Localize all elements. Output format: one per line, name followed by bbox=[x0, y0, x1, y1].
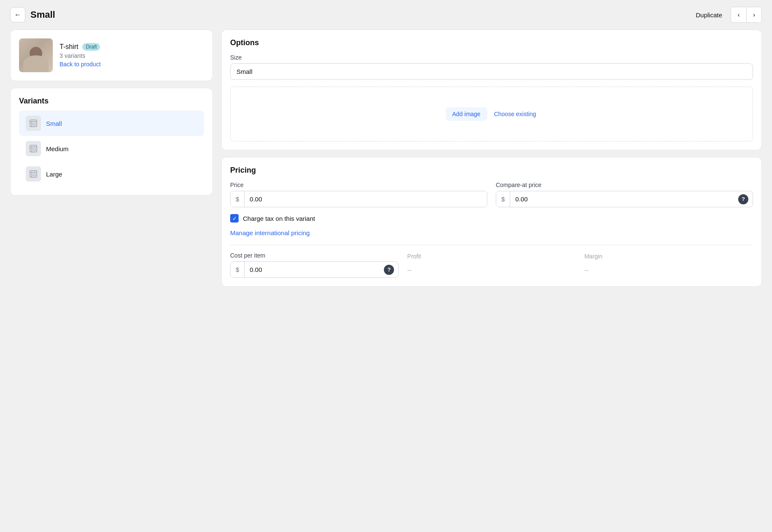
back-button[interactable]: ← bbox=[10, 7, 25, 22]
size-input[interactable] bbox=[230, 63, 753, 80]
pricing-row: Price $ Compare-at price $ ? bbox=[230, 182, 753, 207]
profit-field: Profit -- bbox=[407, 253, 576, 278]
tax-checkbox[interactable]: ✓ bbox=[230, 214, 239, 223]
choose-existing-button[interactable]: Choose existing bbox=[492, 107, 538, 121]
header-right: Duplicate ‹ › bbox=[690, 7, 762, 23]
compare-at-input[interactable] bbox=[510, 191, 738, 207]
product-name: T-shirt bbox=[60, 43, 78, 51]
svg-point-1 bbox=[33, 123, 35, 125]
price-prefix: $ bbox=[231, 191, 245, 207]
back-to-product-link[interactable]: Back to product bbox=[60, 61, 101, 68]
manage-international-pricing-link[interactable]: Manage international pricing bbox=[230, 229, 310, 236]
options-card: Options Size Add image Choose existing bbox=[221, 30, 762, 150]
cost-prefix: $ bbox=[231, 262, 245, 277]
draft-badge: Draft bbox=[82, 43, 100, 51]
tax-checkbox-row: ✓ Charge tax on this variant bbox=[230, 214, 753, 223]
svg-point-3 bbox=[33, 148, 35, 151]
page-title: Small bbox=[30, 9, 55, 20]
options-title: Options bbox=[230, 38, 753, 47]
cost-row: Cost per item $ ? Profit -- Margin -- bbox=[230, 252, 753, 278]
variants-title: Variants bbox=[19, 97, 204, 106]
svg-point-5 bbox=[33, 174, 35, 176]
cost-help-icon[interactable]: ? bbox=[384, 265, 394, 275]
duplicate-button[interactable]: Duplicate bbox=[690, 9, 727, 21]
compare-input-wrapper: $ ? bbox=[496, 191, 753, 207]
variant-item-small[interactable]: Small bbox=[19, 111, 204, 136]
compare-help-icon[interactable]: ? bbox=[738, 194, 748, 204]
nav-buttons: ‹ › bbox=[731, 7, 762, 23]
pricing-title: Pricing bbox=[230, 166, 753, 175]
variants-count: 3 variants bbox=[60, 52, 101, 59]
page-header: ← Small Duplicate ‹ › bbox=[0, 0, 772, 30]
product-image bbox=[19, 38, 53, 72]
next-arrow-icon: › bbox=[753, 11, 755, 18]
main-content: T-shirt Draft 3 variants Back to product… bbox=[0, 30, 772, 287]
profit-label: Profit bbox=[407, 253, 576, 260]
compare-at-label: Compare-at price bbox=[496, 182, 753, 188]
size-field: Size bbox=[230, 54, 753, 80]
product-name-row: T-shirt Draft bbox=[60, 43, 101, 51]
profit-value: -- bbox=[407, 262, 576, 278]
tax-label: Charge tax on this variant bbox=[243, 215, 315, 222]
next-button[interactable]: › bbox=[746, 7, 761, 22]
header-left: ← Small bbox=[10, 7, 55, 22]
variant-name-medium: Medium bbox=[46, 145, 68, 152]
pricing-card: Pricing Price $ Compare-at price $ ? bbox=[221, 157, 762, 287]
prev-arrow-icon: ‹ bbox=[738, 11, 740, 18]
compare-prefix: $ bbox=[496, 191, 510, 207]
compare-at-price-field: Compare-at price $ ? bbox=[496, 182, 753, 207]
product-info: T-shirt Draft 3 variants Back to product bbox=[19, 38, 204, 72]
price-label: Price bbox=[230, 182, 487, 188]
variant-name-small: Small bbox=[46, 120, 62, 127]
variant-icon-large bbox=[26, 166, 41, 182]
variants-card: Variants Small bbox=[10, 88, 213, 195]
size-label: Size bbox=[230, 54, 753, 61]
pricing-divider bbox=[230, 245, 753, 245]
variant-item-large[interactable]: Large bbox=[19, 161, 204, 187]
variant-icon-medium bbox=[26, 141, 41, 156]
variant-icon-small bbox=[26, 116, 41, 131]
variant-item-medium[interactable]: Medium bbox=[19, 136, 204, 161]
cost-field: Cost per item $ ? bbox=[230, 252, 399, 278]
cost-input[interactable] bbox=[245, 262, 384, 277]
variant-name-large: Large bbox=[46, 171, 62, 178]
image-upload-area: Add image Choose existing bbox=[230, 87, 753, 141]
left-panel: T-shirt Draft 3 variants Back to product… bbox=[10, 30, 213, 287]
cost-input-wrapper: $ ? bbox=[230, 261, 399, 278]
cost-label: Cost per item bbox=[230, 252, 399, 259]
add-image-button[interactable]: Add image bbox=[446, 107, 487, 121]
price-field: Price $ bbox=[230, 182, 487, 207]
back-arrow-icon: ← bbox=[14, 11, 21, 19]
product-card: T-shirt Draft 3 variants Back to product bbox=[10, 30, 213, 81]
margin-field: Margin -- bbox=[584, 253, 753, 278]
right-panel: Options Size Add image Choose existing P… bbox=[221, 30, 762, 287]
prev-button[interactable]: ‹ bbox=[731, 7, 746, 22]
margin-value: -- bbox=[584, 262, 753, 278]
price-input[interactable] bbox=[245, 191, 487, 207]
price-input-wrapper: $ bbox=[230, 191, 487, 207]
product-details: T-shirt Draft 3 variants Back to product bbox=[60, 43, 101, 68]
margin-label: Margin bbox=[584, 253, 753, 260]
